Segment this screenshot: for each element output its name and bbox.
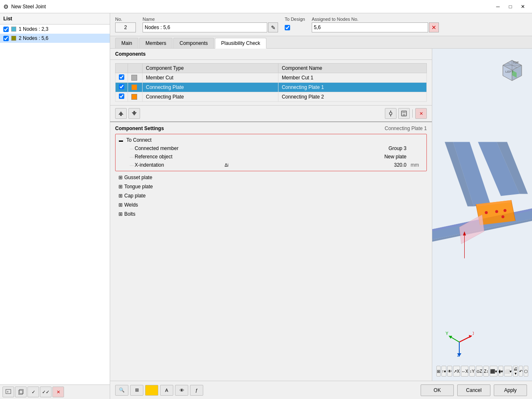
check-all-button[interactable]: ✓✓ <box>40 387 52 397</box>
row-2-checkbox[interactable] <box>119 84 124 89</box>
check-button[interactable]: ✓ <box>27 387 39 397</box>
x-indentation-row: — X-indentation Δi 320.0 mm <box>116 161 426 169</box>
list-item-checkbox-2[interactable] <box>3 36 9 41</box>
x-indentation-value: 320.0 <box>235 162 406 168</box>
3d-last-button[interactable]: ⬡ <box>524 366 528 377</box>
3d-undo-button[interactable]: ↶ <box>519 366 523 377</box>
table-row[interactable]: Connecting Plate Connecting Plate 2 <box>116 92 427 102</box>
row-3-name: Connecting Plate 2 <box>278 92 426 102</box>
svg-rect-9 <box>390 111 391 112</box>
close-button[interactable]: ✕ <box>517 2 529 11</box>
minimize-button[interactable]: ─ <box>492 2 504 11</box>
expand-icon: ⊞ <box>118 202 123 208</box>
tongue-plate-item[interactable]: ⊞ Tongue plate <box>115 182 427 191</box>
welds-item[interactable]: ⊞ Welds <box>115 200 427 209</box>
reference-object-value: New plate <box>235 154 406 160</box>
svg-point-39 <box>502 215 505 218</box>
svg-text:Z: Z <box>457 353 460 357</box>
table-row-selected[interactable]: Connecting Plate Connecting Plate 1 <box>116 83 427 92</box>
row-3-checkbox[interactable] <box>119 94 124 99</box>
table-row[interactable]: Member Cut Member Cut 1 <box>116 73 427 83</box>
3d-zz-button[interactable]: Z↕ <box>483 366 489 377</box>
svg-point-37 <box>495 210 498 213</box>
cancel-button[interactable]: Cancel <box>457 384 490 396</box>
tab-content: Components Component Type Component Name <box>110 49 532 381</box>
name-edit-button[interactable]: ✎ <box>268 22 278 32</box>
list-item-selected[interactable]: 2 Nodes : 5,6 <box>0 34 110 43</box>
list-header: List <box>0 13 110 25</box>
3d-eye-button[interactable]: 👁 <box>447 366 452 377</box>
gusset-plate-item[interactable]: ⊞ Gusset plate <box>115 173 427 182</box>
func-button[interactable]: ƒ <box>190 385 203 396</box>
cap-plate-label: Cap plate <box>124 193 145 199</box>
tab-plausibility[interactable]: Plausibility Check <box>215 38 266 49</box>
add-button[interactable]: + <box>2 387 14 397</box>
center-panel: No. Name ✎ To Design As <box>110 13 532 399</box>
left-panel-toolbar: + ✓ ✓✓ ✕ <box>0 384 110 399</box>
name-field-group: Name ✎ <box>143 17 278 32</box>
3d-cube-button[interactable]: ⬛▾ <box>490 366 498 377</box>
3d-xy-button[interactable]: ↔X <box>461 366 469 377</box>
3d-rect-button[interactable]: ⬜▾ <box>504 366 512 377</box>
reference-object-label: Reference object <box>135 154 218 160</box>
cap-plate-item[interactable]: ⊞ Cap plate <box>115 191 427 200</box>
3d-diamond-button[interactable]: ⧫▾ <box>498 366 503 377</box>
list-item-label-1: 1 Nodes : 2,3 <box>19 26 48 32</box>
comp-settings-area: Component Settings Connecting Plate 1 ▬ … <box>110 121 432 222</box>
name-input[interactable] <box>143 22 267 32</box>
delete-button[interactable]: ✕ <box>52 387 64 397</box>
maximize-button[interactable]: □ <box>505 2 516 11</box>
copy-button[interactable] <box>15 387 27 397</box>
connected-member-value: Group 3 <box>235 145 406 151</box>
clear-nodes-button[interactable]: ✕ <box>429 22 439 32</box>
reference-object-row: — Reference object New plate <box>116 153 426 161</box>
gusset-plate-label: Gusset plate <box>124 175 152 180</box>
tab-members[interactable]: Members <box>139 38 172 48</box>
tab-main[interactable]: Main <box>115 38 138 48</box>
3d-toolbar: ⊞ ↑▾ 👁 ↗X ↔X ↕Y ⊙Z Z↕ ⬛▾ ⧫▾ ⬜▾ 🖨▾ ↶ ⬡ <box>436 366 528 377</box>
search-button[interactable]: 🔍 <box>115 385 128 396</box>
content-area: List 1 Nodes : 2,3 2 Nodes : 5,6 + <box>0 13 532 399</box>
color-button[interactable] <box>145 385 158 396</box>
collapsibles: ⊞ Gusset plate ⊞ Tongue plate ⊞ Cap plat… <box>115 173 427 219</box>
3d-z-button[interactable]: ⊙Z <box>476 366 483 377</box>
3d-home-button[interactable]: ⊞ <box>436 366 441 377</box>
no-input[interactable] <box>115 22 136 32</box>
move-down-button[interactable] <box>128 108 140 119</box>
row-1-checkbox[interactable] <box>119 74 124 80</box>
window-title: New Steel Joint <box>11 4 46 10</box>
ok-button[interactable]: OK <box>421 384 454 396</box>
list-item[interactable]: 1 Nodes : 2,3 <box>0 25 110 34</box>
text-button[interactable]: A <box>160 385 173 396</box>
move-up-button[interactable] <box>115 108 127 119</box>
save-button[interactable] <box>398 108 410 119</box>
apply-button[interactable]: Apply <box>494 384 527 396</box>
comp-settings-subtitle: Connecting Plate 1 <box>385 126 427 131</box>
3d-y-button[interactable]: ↕Y <box>469 366 475 377</box>
to-connect-header[interactable]: ▬ To Connect <box>116 136 426 144</box>
components-header: Components <box>110 49 432 60</box>
assigned-nodes-input[interactable] <box>312 22 428 32</box>
delete-comp-button[interactable]: ✕ <box>415 108 427 119</box>
tab-components[interactable]: Components <box>173 38 214 48</box>
3d-x-button[interactable]: ↗X <box>453 366 460 377</box>
render-button[interactable]: 👁 <box>175 385 188 396</box>
svg-rect-12 <box>402 111 406 113</box>
svg-point-38 <box>504 209 507 212</box>
bolts-item[interactable]: ⊞ Bolts <box>115 209 427 219</box>
expand-icon: ⊞ <box>118 175 123 180</box>
list-item-checkbox-1[interactable] <box>3 27 9 32</box>
row-3-type: Connecting Plate <box>143 92 278 102</box>
3d-print-button[interactable]: 🖨▾ <box>513 366 518 377</box>
svg-rect-5 <box>120 115 122 116</box>
to-design-checkbox[interactable] <box>285 25 290 30</box>
3d-nav-button[interactable]: ↑▾ <box>441 366 446 377</box>
title-bar: ⚙ New Steel Joint ─ □ ✕ <box>0 0 532 13</box>
settings-button[interactable] <box>385 108 397 119</box>
settings-panel: Components Component Type Component Name <box>110 49 432 381</box>
left-panel: List 1 Nodes : 2,3 2 Nodes : 5,6 + <box>0 13 110 399</box>
list-item-color-2 <box>11 36 16 41</box>
expand-icon[interactable]: ▬ <box>119 138 124 143</box>
3d-view[interactable]: LEFT TOP <box>432 49 532 381</box>
grid-button[interactable]: ⊞ <box>130 385 143 396</box>
